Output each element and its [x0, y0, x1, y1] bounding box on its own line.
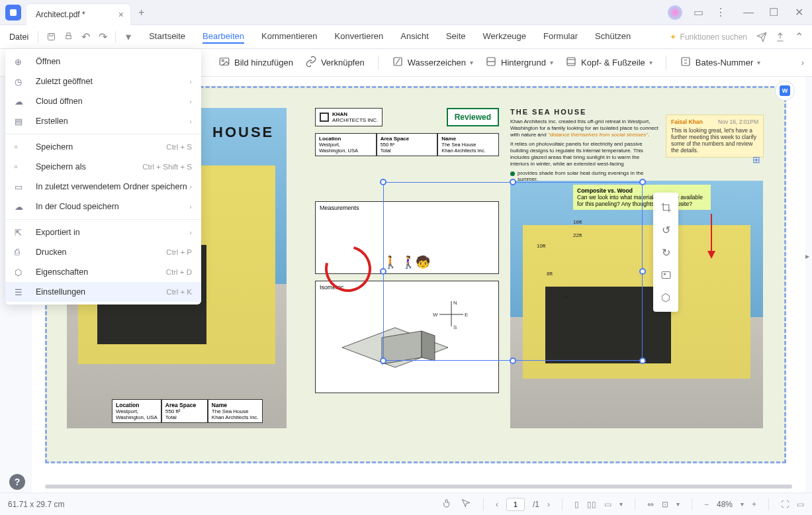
tab-bearbeiten[interactable]: Bearbeiten	[203, 30, 244, 44]
menu-save[interactable]: ▫ Speichern Ctrl + S	[5, 137, 201, 157]
sticky-author: Faisal Khan	[671, 118, 703, 125]
next-page-icon[interactable]: ›	[547, 500, 550, 509]
svg-rect-23	[662, 271, 670, 278]
add-image-button[interactable]: Bild hinzufügen	[218, 56, 293, 70]
send-icon[interactable]	[754, 29, 770, 45]
zoom-out-icon[interactable]: −	[704, 500, 709, 509]
resize-handle[interactable]	[639, 179, 646, 185]
chevron-down-icon[interactable]: ▾	[676, 500, 680, 508]
menu-properties[interactable]: ⬡ Eigenschaften Ctrl + D	[5, 262, 201, 282]
resize-handle[interactable]	[639, 357, 646, 364]
tab-ansicht[interactable]: Ansicht	[400, 30, 429, 44]
file-menu[interactable]: Datei	[5, 32, 32, 42]
fit-width-icon[interactable]: ⇔	[647, 500, 654, 509]
share-icon[interactable]	[772, 29, 788, 45]
menu-create[interactable]: ▤ Erstellen ›	[5, 111, 201, 131]
chevron-down-icon[interactable]: ▾	[619, 500, 623, 508]
function-search[interactable]: ✦ Funktionen suchen	[670, 32, 751, 42]
select-tool-icon[interactable]	[461, 498, 471, 510]
menu-recent[interactable]: ◷ Zuletzt geöffnet ›	[5, 71, 201, 91]
tab-konvertieren[interactable]: Konvertieren	[335, 30, 384, 44]
tab-kommentieren[interactable]: Kommentieren	[261, 30, 318, 44]
app-logo[interactable]	[0, 0, 26, 25]
more-icon[interactable]: ⋮	[714, 6, 727, 19]
menu-open[interactable]: ⊕ Öffnen	[5, 52, 201, 71]
replace-image-icon[interactable]	[659, 268, 672, 281]
sparkle-icon: ✦	[670, 32, 676, 42]
resize-handle[interactable]	[510, 179, 516, 185]
open-icon: ⊕	[15, 57, 28, 67]
document-tab[interactable]: Architect.pdf * ×	[26, 4, 130, 25]
menu-cloud-open[interactable]: ☁ Cloud öffnen ›	[5, 91, 201, 111]
menu-export[interactable]: ⇱ Exportiert in ›	[5, 222, 201, 242]
add-note-icon[interactable]: ⊞	[752, 154, 760, 165]
help-icon[interactable]: ?	[9, 474, 25, 490]
tab-seite[interactable]: Seite	[446, 30, 466, 44]
toolbar-scroll-right-icon[interactable]: ›	[801, 58, 804, 68]
user-avatar[interactable]	[668, 5, 682, 20]
menu-save-cloud[interactable]: ☁ In der Cloud speichern ›	[5, 197, 201, 216]
fullscreen-icon[interactable]: ⛶	[781, 500, 789, 509]
separator	[666, 56, 666, 70]
tab-schuetzen[interactable]: Schützen	[595, 30, 631, 44]
header-footer-button[interactable]: Kopf- & Fußzeile ▾	[565, 56, 653, 70]
link-button[interactable]: Verknüpfen	[305, 56, 365, 70]
dropdown-toggle-icon[interactable]: ▾	[121, 30, 136, 44]
selection-box[interactable]	[383, 182, 643, 361]
prev-page-icon[interactable]: ‹	[496, 500, 498, 509]
close-window-icon[interactable]: ✕	[792, 6, 805, 19]
expand-icon[interactable]: ⌃	[791, 29, 807, 45]
image-settings-icon[interactable]: ⬡	[659, 291, 672, 304]
resize-handle[interactable]	[380, 268, 386, 275]
link-icon	[305, 56, 317, 70]
page-input[interactable]	[506, 498, 525, 511]
watermark-icon	[392, 56, 404, 70]
word-export-badge[interactable]: W	[775, 81, 795, 101]
menu-save-last-folder-label: In zuletzt verwendetem Ordner speichern	[36, 182, 187, 191]
menu-save-last-folder[interactable]: ▭ In zuletzt verwendetem Ordner speicher…	[5, 177, 201, 197]
background-button[interactable]: Hintergrund ▾	[485, 56, 553, 70]
single-page-icon[interactable]: ▯	[574, 500, 579, 509]
fit-page-icon[interactable]: ⊡	[662, 500, 668, 509]
print-quick-icon[interactable]	[61, 30, 75, 44]
menu-settings[interactable]: ☰ Einstellungen Ctrl + K	[5, 282, 201, 302]
measurements-label: Measurements	[320, 205, 359, 211]
watermark-button[interactable]: Wasserzeichen ▾	[392, 56, 473, 70]
resize-handle[interactable]	[380, 357, 386, 364]
redo-icon[interactable]: ↷	[95, 30, 110, 44]
two-page-icon[interactable]: ▭	[604, 500, 611, 509]
resize-handle[interactable]	[380, 179, 386, 185]
file-dropdown: ⊕ Öffnen ◷ Zuletzt geöffnet › ☁ Cloud öf…	[5, 49, 201, 304]
crop-icon[interactable]	[659, 201, 672, 214]
create-icon: ▤	[15, 117, 28, 126]
hand-tool-icon[interactable]	[442, 498, 453, 510]
feedback-icon[interactable]: ▭	[692, 6, 705, 19]
read-mode-icon[interactable]: ▭	[797, 500, 804, 509]
separator	[378, 56, 379, 70]
chevron-right-icon: ›	[189, 97, 192, 105]
tab-werkzeuge[interactable]: Werkzeuge	[483, 30, 527, 44]
rotate-left-icon[interactable]: ↺	[659, 223, 672, 236]
menu-save-as[interactable]: ▫ Speichern als Ctrl + Shift + S	[5, 157, 201, 177]
menu-create-label: Erstellen	[36, 117, 68, 126]
chevron-down-icon[interactable]: ▾	[741, 500, 744, 508]
minimize-icon[interactable]: —	[742, 6, 755, 19]
maximize-icon[interactable]: ☐	[767, 6, 780, 19]
svg-rect-1	[50, 34, 53, 36]
resize-handle[interactable]	[510, 357, 516, 364]
save-quick-icon[interactable]	[44, 30, 58, 44]
tab-startseite[interactable]: Startseite	[149, 30, 185, 44]
bates-button[interactable]: Bates-Nummer ▾	[680, 56, 760, 70]
menu-print[interactable]: ⎙ Drucken Ctrl + P	[5, 242, 201, 262]
undo-icon[interactable]: ↶	[78, 30, 93, 44]
add-tab-icon[interactable]: +	[138, 7, 144, 19]
expand-panel-icon[interactable]: ▸	[805, 252, 809, 261]
zoom-in-icon[interactable]: +	[752, 500, 756, 509]
resize-handle[interactable]	[639, 268, 646, 275]
rotate-right-icon[interactable]: ↻	[659, 246, 672, 259]
continuous-page-icon[interactable]: ▯▯	[587, 500, 596, 509]
chevron-down-icon: ▾	[550, 59, 553, 66]
sticky-note[interactable]: Faisal Khan Nov 16, 2:01PM This is looki…	[666, 115, 764, 158]
tab-formular[interactable]: Formular	[543, 30, 578, 44]
close-tab-icon[interactable]: ×	[118, 9, 124, 20]
